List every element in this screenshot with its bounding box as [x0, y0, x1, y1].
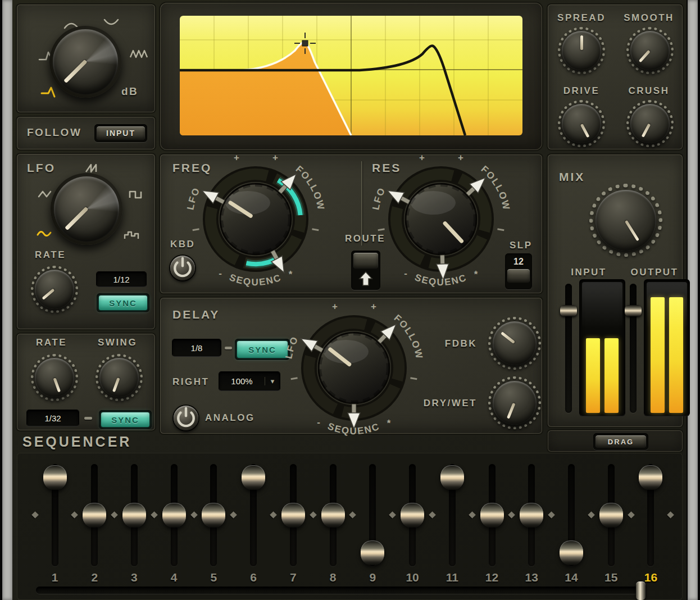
seq-step-handle-15[interactable] [599, 503, 623, 528]
seq-step-number-1: 1 [44, 571, 66, 584]
left-metal-edge [2, 0, 12, 600]
seq-step-handle-12[interactable] [480, 503, 504, 528]
seq-step-handle-3[interactable] [122, 503, 146, 528]
delay-right-label: RIGHT [172, 376, 209, 388]
star-mark: * [387, 418, 392, 429]
seq-step-handle-8[interactable] [321, 503, 345, 528]
drive-knob[interactable] [558, 100, 605, 147]
sine-icon[interactable] [36, 228, 55, 240]
seq-step-number-5: 5 [202, 571, 225, 584]
filter-type-knob[interactable] [49, 26, 121, 98]
plugin-window: dB FOLLOW INPUT LFO RATE 1/12 [0, 0, 700, 600]
filter-display[interactable] [180, 16, 522, 135]
random-icon[interactable] [124, 229, 143, 240]
seq-step-number-2: 2 [83, 571, 106, 584]
input-meter-bar-left [586, 338, 600, 413]
drag-button[interactable]: DRAG [595, 435, 647, 448]
crush-knob[interactable] [626, 100, 674, 147]
seq-step-handle-2[interactable] [83, 503, 106, 528]
filter-type-panel: dB [17, 4, 155, 112]
seq-step-number-13: 13 [520, 571, 543, 584]
drag-slot: DRAG [593, 433, 648, 450]
spread-label: SPREAD [554, 12, 608, 24]
minus-mark: - [219, 268, 223, 279]
seq-step-handle-13[interactable] [520, 503, 543, 528]
seq-step-number-4: 4 [163, 571, 185, 584]
lfo-rate-knob[interactable] [31, 266, 78, 313]
seq-step-handle-16[interactable] [639, 465, 662, 490]
input-label: INPUT [563, 267, 614, 278]
svg-text:LFO: LFO [185, 185, 202, 211]
filter-curve-graph [180, 16, 522, 135]
follow-panel: FOLLOW INPUT [17, 117, 155, 149]
drive-label: DRIVE [554, 85, 608, 97]
plus-mark: + [332, 301, 339, 312]
seq-step-handle-9[interactable] [361, 540, 384, 565]
comb-icon[interactable] [129, 48, 151, 60]
square-icon[interactable] [128, 189, 145, 200]
lfo-sync-slot: SYNC [97, 293, 149, 312]
smooth-label: SMOOTH [622, 12, 676, 24]
delay-time-value[interactable]: 1/8 [172, 339, 221, 356]
drywet-knob[interactable] [488, 376, 541, 429]
input-gain-slider[interactable] [560, 305, 577, 316]
seq-step-number-12: 12 [481, 571, 503, 584]
fdbk-knob[interactable] [488, 317, 541, 370]
plus-mark: + [458, 152, 465, 163]
lowpass-icon[interactable] [40, 85, 61, 99]
delay-lfo-label: LFO [283, 334, 301, 360]
smooth-knob[interactable] [626, 27, 674, 74]
notch-icon[interactable] [102, 18, 120, 29]
seq-step-number-7: 7 [282, 571, 304, 584]
lfo-title: LFO [27, 161, 56, 175]
analog-power-button[interactable] [174, 406, 198, 430]
seq-step-handle-6[interactable] [242, 465, 265, 490]
mix-knob[interactable] [589, 184, 662, 257]
delay-time-knob[interactable]: + + - * LFO FOLLOW SEQUENCE [270, 284, 438, 452]
connector-dash [84, 417, 92, 420]
seq-step-number-3: 3 [123, 571, 146, 584]
res-knob[interactable]: + + - * LFO FOLLOW SEQUENCE [357, 135, 525, 303]
meter-glass [582, 282, 622, 328]
seq-step-handle-4[interactable] [162, 503, 186, 528]
display-crosshair[interactable] [294, 33, 316, 54]
input-meter [580, 280, 625, 416]
sequencer-title: SEQUENCER [22, 434, 131, 450]
lfo-shape-knob[interactable] [51, 173, 122, 245]
seq-rate-value[interactable]: 1/32 [27, 410, 79, 426]
loop-length-bar[interactable] [36, 587, 642, 594]
seq-step-number-10: 10 [401, 571, 424, 584]
seq-step-handle-7[interactable] [281, 503, 305, 528]
loop-length-handle[interactable] [636, 581, 646, 600]
plus-mark: + [272, 152, 279, 163]
swing-knob[interactable] [96, 354, 143, 401]
delay-right-value: 100% [219, 376, 265, 386]
seq-step-number-9: 9 [361, 571, 384, 584]
seq-sync-button[interactable]: SYNC [101, 412, 150, 428]
star-mark: * [474, 269, 479, 280]
spread-knob[interactable] [558, 27, 605, 74]
seq-sync-slot: SYNC [99, 410, 152, 429]
seq-rate-knob[interactable] [31, 354, 78, 401]
fdbk-label: FDBK [434, 338, 477, 349]
input-meter-bar-right [604, 338, 619, 413]
seq-step-handle-11[interactable] [440, 465, 464, 490]
lfo-rate-value[interactable]: 1/12 [97, 272, 146, 287]
input-gain-track[interactable] [565, 284, 572, 413]
power-icon [174, 406, 198, 430]
follow-input-button[interactable]: INPUT [96, 126, 146, 140]
output-gain-slider[interactable] [625, 305, 642, 316]
seq-step-handle-14[interactable] [560, 540, 583, 565]
seq-step-number-8: 8 [322, 571, 344, 584]
freq-knob[interactable]: + + - * LFO FOLLOW SEQUENCE [171, 135, 340, 303]
svg-text:LFO: LFO [283, 334, 301, 360]
seq-step-handle-1[interactable] [43, 465, 67, 490]
mix-title: MIX [559, 170, 585, 184]
db-label[interactable]: dB [121, 85, 138, 98]
seq-step-handle-5[interactable] [202, 503, 225, 528]
output-gain-track[interactable] [630, 284, 637, 413]
lfo-sync-button[interactable]: SYNC [98, 295, 148, 311]
lfo-panel: LFO RATE 1/12 SYNC [17, 154, 155, 329]
freq-lfo-label: LFO [185, 185, 202, 211]
seq-step-handle-10[interactable] [401, 503, 424, 528]
